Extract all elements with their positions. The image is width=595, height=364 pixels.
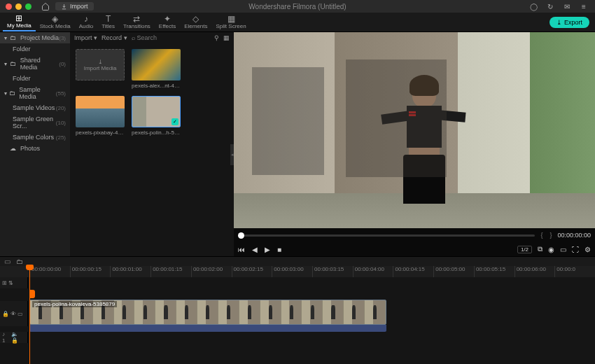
track-controls-link[interactable]: ⊞ ⇅ xyxy=(0,277,28,288)
preview-quality-dropdown[interactable]: 1/2 xyxy=(517,246,532,253)
sidebar-label: Project Media xyxy=(20,34,59,41)
export-icon: ⤓ xyxy=(556,19,562,26)
tab-label: My Media xyxy=(7,22,31,29)
play-backward-button[interactable]: ◀ xyxy=(252,246,258,253)
media-item[interactable]: pexels-alex...nt-4585185 xyxy=(132,49,181,89)
media-thumb xyxy=(76,96,125,127)
sidebar-item-folder[interactable]: Folder xyxy=(0,73,70,84)
search-input[interactable] xyxy=(137,34,193,41)
media-filename: pexels-polin...h-5385879 xyxy=(132,130,181,136)
track-controls-video-1[interactable]: 🔒 👁 ▭ xyxy=(0,301,28,326)
preview-viewport[interactable] xyxy=(234,32,595,228)
transitions-icon: ⇄ xyxy=(133,15,140,23)
fullscreen-icon[interactable]: ⛶ xyxy=(572,246,579,253)
grid-view-icon[interactable]: ▦ xyxy=(223,34,230,41)
ruler-tick: 00:00:04:00 xyxy=(353,266,393,277)
video-clip[interactable]: pexels-polina-kovaleva-5385879 xyxy=(29,300,386,325)
media-filename: pexels-pixabay-462030 xyxy=(76,130,125,136)
sidebar-item-sample-media[interactable]: ▾🗀Sample Media(55) xyxy=(0,84,70,102)
sidebar-item-folder[interactable]: Folder xyxy=(0,43,70,55)
scrubber-thumb[interactable] xyxy=(238,232,244,239)
account-icon[interactable]: ◯ xyxy=(528,1,539,12)
search-icon: ⌕ xyxy=(132,34,135,41)
folder-icon: 🗀 xyxy=(10,60,18,67)
media-browser: Import ▾ Record ▾ ⌕ ⚲ ▦ ⤓Import Media pe… xyxy=(70,32,234,256)
ruler-tick: 00:00:03:00 xyxy=(272,266,312,277)
sidebar-item-sample-green[interactable]: Sample Green Scr...(10) xyxy=(0,113,70,132)
timeline-tab-icon[interactable]: ▭ xyxy=(4,258,10,265)
settings-icon[interactable]: ⚙ xyxy=(584,246,591,253)
voiceover-icon[interactable]: ◉ xyxy=(548,246,554,253)
ruler-tick: 00:00:05:15 xyxy=(474,266,514,277)
titlebar: Import Wondershare Filmora (Untitled) ◯ … xyxy=(0,0,595,13)
menu-icon[interactable]: ≡ xyxy=(578,1,589,12)
prev-frame-button[interactable]: ⏮ xyxy=(238,246,245,253)
import-dropdown[interactable]: Import ▾ xyxy=(74,34,97,41)
cloud-icon: ☁ xyxy=(10,145,18,152)
sidebar-item-sample-colors[interactable]: Sample Colors(25) xyxy=(0,132,70,143)
messages-icon[interactable]: ✉ xyxy=(561,1,573,12)
tab-audio[interactable]: ♪Audio xyxy=(75,13,97,31)
effects-icon: ✦ xyxy=(164,15,171,23)
tab-label: Effects xyxy=(159,23,176,29)
record-dropdown[interactable]: Record ▾ xyxy=(102,34,127,41)
ruler-tick: 00:00:06:00 xyxy=(514,266,555,277)
playhead[interactable] xyxy=(29,266,30,364)
timeline-ruler[interactable]: 00:00:00:00 00:00:00:15 00:00:01:00 00:0… xyxy=(0,266,595,277)
audio-clip[interactable] xyxy=(29,325,386,332)
media-item-selected[interactable]: ✓ pexels-polin...h-5385879 xyxy=(132,96,181,136)
folder-icon: 🗀 xyxy=(10,34,18,41)
tab-label: Audio xyxy=(79,23,93,29)
tab-my-media[interactable]: ⊞My Media xyxy=(3,13,36,31)
ruler-tick: 00:00:02:00 xyxy=(191,266,232,277)
ruler-tick: 00:00:04:15 xyxy=(393,266,433,277)
maximize-window-button[interactable] xyxy=(25,4,31,10)
home-icon[interactable] xyxy=(40,1,51,12)
tab-effects[interactable]: ✦Effects xyxy=(155,13,180,31)
crop-icon[interactable]: ▭ xyxy=(560,246,566,253)
sidebar-item-photos[interactable]: ☁Photos xyxy=(0,143,70,154)
mark-out-button[interactable]: } xyxy=(548,232,553,239)
tab-titles[interactable]: TTitles xyxy=(97,13,119,31)
import-media-tile[interactable]: ⤓Import Media xyxy=(76,49,125,89)
add-timeline-icon[interactable]: 🗀 xyxy=(16,258,23,265)
clip-marker[interactable] xyxy=(29,290,35,298)
tab-elements[interactable]: ◇Elements xyxy=(180,13,211,31)
cloud-sync-icon[interactable]: ↻ xyxy=(545,1,556,12)
media-thumb: ✓ xyxy=(132,96,181,127)
close-window-button[interactable] xyxy=(6,4,12,10)
timeline[interactable]: 00:00:00:00 00:00:00:15 00:00:01:00 00:0… xyxy=(0,277,595,364)
track-controls-audio-1[interactable]: ♪ 1 🔈 🔒 xyxy=(0,332,28,343)
stop-button[interactable]: ■ xyxy=(277,246,281,253)
media-item[interactable]: pexels-pixabay-462030 xyxy=(76,96,125,136)
media-thumb xyxy=(132,49,181,80)
mark-in-button[interactable]: { xyxy=(539,232,544,239)
import-button[interactable]: Import xyxy=(55,2,94,10)
export-button[interactable]: ⤓Export xyxy=(550,17,589,28)
media-toolbar: Import ▾ Record ▾ ⌕ ⚲ ▦ xyxy=(70,32,234,43)
window-controls xyxy=(6,4,31,10)
ruler-tick: 00:00:00:15 xyxy=(70,266,111,277)
sidebar-item-shared-media[interactable]: ▾🗀Shared Media(0) xyxy=(0,55,70,73)
sidebar-label: Sample Green Scr... xyxy=(13,115,56,130)
sidebar-item-project-media[interactable]: ▾🗀Project Media(3) xyxy=(0,32,70,43)
scrubber-track[interactable] xyxy=(238,234,535,237)
tab-transitions[interactable]: ⇄Transitions xyxy=(119,13,155,31)
import-label: Import xyxy=(70,3,88,10)
media-sidebar: ▾🗀Project Media(3) Folder ▾🗀Shared Media… xyxy=(0,32,70,256)
ruler-tick: 00:00:00:00 xyxy=(29,266,70,277)
timecode-display: 00:00:00:00 xyxy=(557,232,591,239)
play-button[interactable]: ▶ xyxy=(265,246,270,253)
sidebar-count: (0) xyxy=(59,61,66,67)
minimize-window-button[interactable] xyxy=(15,4,22,10)
filter-icon[interactable]: ⚲ xyxy=(214,34,219,41)
sidebar-count: (25) xyxy=(56,134,66,141)
sidebar-item-sample-videos[interactable]: Sample Videos(20) xyxy=(0,102,70,113)
tab-label: Split Screen xyxy=(216,23,246,29)
tab-split-screen[interactable]: ▦Split Screen xyxy=(212,13,251,31)
snapshot-icon[interactable]: ⧉ xyxy=(538,245,542,253)
download-icon: ⤓ xyxy=(98,59,103,65)
tab-stock-media[interactable]: ◈Stock Media xyxy=(36,13,75,31)
tab-label: Stock Media xyxy=(40,23,71,29)
tab-label: Transitions xyxy=(123,23,150,29)
